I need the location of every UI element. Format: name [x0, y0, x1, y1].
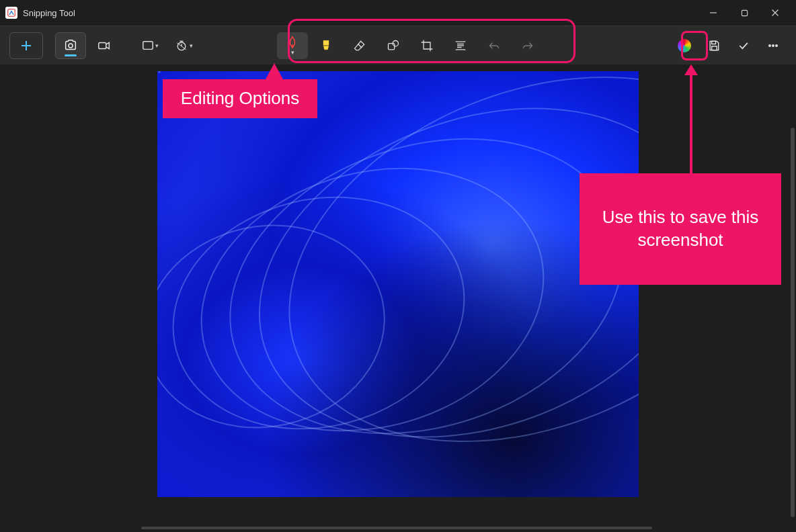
app-icon [5, 7, 17, 19]
close-button[interactable] [760, 3, 791, 23]
annotation-save-hint: Use this to save this screenshot [580, 173, 781, 285]
svg-point-24 [769, 44, 771, 46]
highlighter-tool-button[interactable] [311, 32, 342, 59]
snip-shape-dropdown[interactable]: ▾ [134, 32, 165, 59]
eraser-tool-button[interactable] [344, 32, 375, 59]
svg-rect-2 [742, 10, 747, 15]
svg-point-7 [69, 43, 73, 47]
crop-tool-button[interactable] [411, 32, 442, 59]
apply-button[interactable] [730, 34, 757, 58]
horizontal-scrollbar[interactable] [141, 527, 652, 529]
new-snip-button[interactable] [9, 32, 43, 59]
svg-point-26 [776, 44, 778, 46]
svg-rect-23 [712, 46, 717, 50]
annotation-editing-options: Editing Options [163, 79, 317, 118]
undo-button[interactable] [479, 32, 510, 59]
canvas-area [0, 64, 796, 532]
maximize-button[interactable] [729, 3, 760, 23]
svg-rect-15 [323, 40, 329, 45]
svg-rect-8 [99, 42, 106, 48]
svg-rect-17 [389, 43, 395, 49]
chevron-down-icon: ▾ [190, 42, 193, 49]
minimize-button[interactable] [698, 3, 729, 23]
svg-rect-9 [143, 41, 152, 49]
annotation-text: Editing Options [181, 87, 299, 110]
video-mode-button[interactable] [89, 32, 120, 59]
chevron-down-icon: ▾ [291, 49, 294, 56]
svg-rect-0 [8, 9, 15, 17]
screenshot-mode-button[interactable] [55, 32, 86, 59]
annotation-text: Use this to save this screenshot [590, 206, 770, 252]
palette-icon [678, 39, 691, 52]
captured-screenshot[interactable] [157, 71, 639, 497]
more-menu-button[interactable] [760, 34, 787, 58]
vertical-scrollbar[interactable] [791, 128, 795, 517]
svg-line-16 [358, 44, 362, 48]
window-title: Snipping Tool [23, 8, 75, 18]
redo-button[interactable] [512, 32, 543, 59]
text-actions-button[interactable] [445, 32, 476, 59]
svg-point-25 [772, 44, 774, 46]
chevron-down-icon: ▾ [155, 42, 159, 49]
save-button[interactable] [701, 34, 727, 58]
pen-tool-button[interactable]: ▾ [277, 32, 308, 59]
color-picker-button[interactable] [671, 34, 698, 58]
toolbar: ▾ ▾ ▾ [0, 26, 796, 64]
svg-rect-22 [712, 41, 716, 44]
delay-dropdown[interactable]: ▾ [168, 32, 199, 59]
titlebar: Snipping Tool [0, 0, 796, 26]
annotation-arrow-save [690, 66, 692, 173]
shapes-tool-button[interactable] [378, 32, 409, 59]
